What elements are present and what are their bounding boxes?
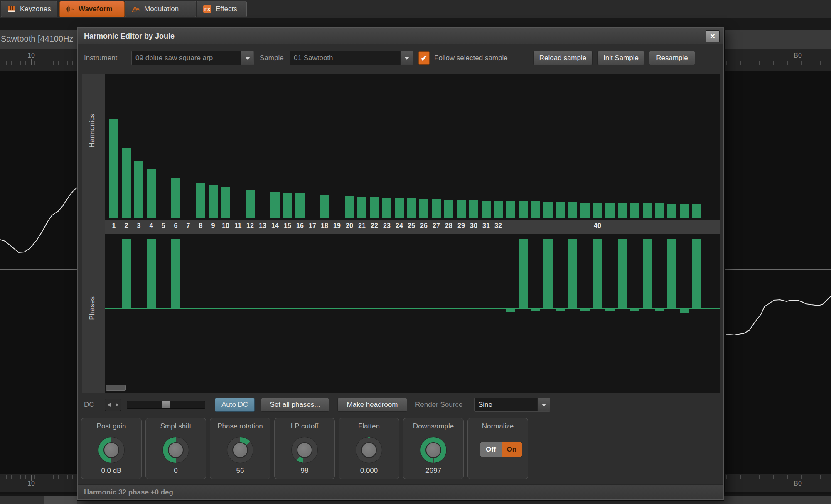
instrument-dropdown[interactable]: 09 dblue saw square arp bbox=[131, 51, 254, 65]
phase-bar[interactable] bbox=[531, 309, 540, 311]
harmonic-bar[interactable] bbox=[419, 199, 428, 218]
chevron-down-icon[interactable] bbox=[537, 398, 550, 411]
harmonic-bar[interactable] bbox=[494, 201, 503, 218]
harmonic-bar[interactable] bbox=[580, 203, 590, 218]
close-button[interactable]: ✕ bbox=[706, 30, 720, 42]
harmonic-bar[interactable] bbox=[134, 161, 143, 218]
smpl-shift-knob[interactable] bbox=[162, 437, 189, 463]
harmonic-bar[interactable] bbox=[246, 190, 255, 218]
harmonic-bar[interactable] bbox=[655, 203, 664, 218]
flatten-knob[interactable] bbox=[356, 437, 382, 463]
init-sample-button[interactable]: Init Sample bbox=[597, 51, 644, 65]
phase-bar[interactable] bbox=[680, 309, 689, 313]
follow-selected-sample-checkbox[interactable]: ✔ bbox=[418, 51, 430, 65]
harmonic-bar[interactable] bbox=[593, 203, 602, 218]
phase-bar[interactable] bbox=[568, 239, 577, 308]
spinner-right-icon[interactable] bbox=[113, 399, 121, 411]
harmonic-bar[interactable] bbox=[283, 193, 292, 218]
dc-spinner[interactable] bbox=[105, 399, 121, 411]
tab-waveform[interactable]: Waveform bbox=[59, 1, 125, 17]
dialog-title-bar[interactable]: Harmonic Editor by Joule ✕ bbox=[78, 28, 723, 44]
harmonic-bar[interactable] bbox=[506, 201, 515, 218]
harmonic-bar[interactable] bbox=[630, 203, 639, 218]
harmonic-bar[interactable] bbox=[469, 200, 478, 218]
harmonic-bar[interactable] bbox=[519, 201, 528, 218]
harmonic-bar[interactable] bbox=[543, 202, 553, 218]
phase-bar[interactable] bbox=[655, 309, 664, 311]
harmonic-bar[interactable] bbox=[209, 185, 218, 218]
phase-bar[interactable] bbox=[692, 239, 701, 308]
phases-scrollbar-thumb[interactable] bbox=[106, 385, 126, 391]
waveform-view-right[interactable] bbox=[725, 71, 831, 474]
resample-button[interactable]: Resample bbox=[649, 51, 695, 65]
harmonics-bar-chart[interactable] bbox=[105, 74, 720, 220]
normalize-toggle[interactable]: Off On bbox=[480, 442, 522, 457]
harmonic-bar[interactable] bbox=[370, 197, 379, 218]
harmonic-bar[interactable] bbox=[692, 204, 701, 218]
harmonic-bar[interactable] bbox=[444, 200, 453, 218]
harmonic-bar[interactable] bbox=[270, 192, 280, 218]
harmonic-bar[interactable] bbox=[556, 202, 565, 218]
harmonic-bar[interactable] bbox=[680, 204, 689, 218]
scrollbar-thumb[interactable] bbox=[44, 496, 77, 504]
normalize-off-option[interactable]: Off bbox=[480, 442, 502, 457]
lp-cutoff-knob[interactable] bbox=[291, 437, 318, 463]
dc-slider-handle[interactable] bbox=[162, 401, 170, 408]
phase-bar[interactable] bbox=[556, 309, 565, 311]
chevron-down-icon[interactable] bbox=[241, 51, 253, 65]
spinner-left-icon[interactable] bbox=[105, 399, 113, 411]
tab-modulation[interactable]: Modulation bbox=[125, 1, 196, 17]
phase-bar[interactable] bbox=[506, 309, 515, 312]
phases-bar-chart[interactable] bbox=[105, 234, 720, 393]
waveform-view-left[interactable] bbox=[0, 71, 77, 474]
render-source-dropdown[interactable]: Sine bbox=[474, 398, 550, 412]
phase-bar[interactable] bbox=[147, 239, 156, 308]
harmonic-bar[interactable] bbox=[395, 198, 404, 218]
harmonic-bar[interactable] bbox=[667, 204, 676, 218]
harmonic-bar[interactable] bbox=[618, 203, 627, 218]
harmonic-bar[interactable] bbox=[357, 197, 366, 218]
phase-bar[interactable] bbox=[618, 239, 627, 308]
harmonic-bar[interactable] bbox=[482, 201, 491, 218]
dc-slider[interactable] bbox=[127, 401, 205, 409]
harmonic-bar[interactable] bbox=[109, 119, 118, 218]
harmonic-bar[interactable] bbox=[531, 201, 540, 218]
harmonic-bar[interactable] bbox=[432, 199, 441, 218]
make-headroom-button[interactable]: Make headroom bbox=[337, 398, 407, 412]
harmonic-bar[interactable] bbox=[407, 198, 416, 218]
downsample-knob[interactable] bbox=[420, 437, 447, 463]
phase-bar[interactable] bbox=[580, 309, 590, 311]
chevron-down-icon[interactable] bbox=[400, 51, 413, 65]
sample-dropdown[interactable]: 01 Sawtooth bbox=[290, 51, 413, 65]
phase-bar[interactable] bbox=[171, 239, 180, 308]
phase-bar[interactable] bbox=[667, 239, 676, 308]
harmonic-bar[interactable] bbox=[221, 187, 230, 218]
harmonic-bar[interactable] bbox=[295, 193, 305, 218]
reload-sample-button[interactable]: Reload sample bbox=[533, 51, 593, 65]
normalize-on-option[interactable]: On bbox=[502, 442, 522, 457]
phase-bar[interactable] bbox=[543, 239, 553, 308]
harmonic-bar[interactable] bbox=[643, 203, 652, 218]
harmonic-bar[interactable] bbox=[345, 196, 354, 218]
harmonic-bar[interactable] bbox=[568, 202, 577, 218]
harmonic-bar[interactable] bbox=[196, 183, 205, 218]
harmonic-bar[interactable] bbox=[457, 200, 466, 218]
phase-bar[interactable] bbox=[643, 239, 652, 308]
tab-effects[interactable]: FXEffects bbox=[197, 1, 247, 17]
phase-bar[interactable] bbox=[593, 239, 602, 308]
harmonic-bar[interactable] bbox=[382, 198, 391, 218]
phase-bar[interactable] bbox=[519, 239, 528, 308]
post-gain-knob[interactable] bbox=[98, 437, 125, 463]
phase-bar[interactable] bbox=[605, 309, 615, 311]
harmonic-bar[interactable] bbox=[605, 203, 615, 218]
phase-bar[interactable] bbox=[630, 309, 639, 311]
harmonic-bar[interactable] bbox=[122, 148, 131, 218]
tab-keyzones[interactable]: Keyzones bbox=[1, 1, 57, 17]
auto-dc-button[interactable]: Auto DC bbox=[215, 398, 255, 412]
phase-bar[interactable] bbox=[122, 239, 131, 308]
harmonic-bar[interactable] bbox=[320, 195, 329, 218]
harmonic-bar[interactable] bbox=[171, 178, 180, 218]
scrollbar-track[interactable] bbox=[0, 496, 44, 504]
phase-rotation-knob[interactable] bbox=[227, 437, 253, 463]
harmonic-bar[interactable] bbox=[147, 169, 156, 218]
